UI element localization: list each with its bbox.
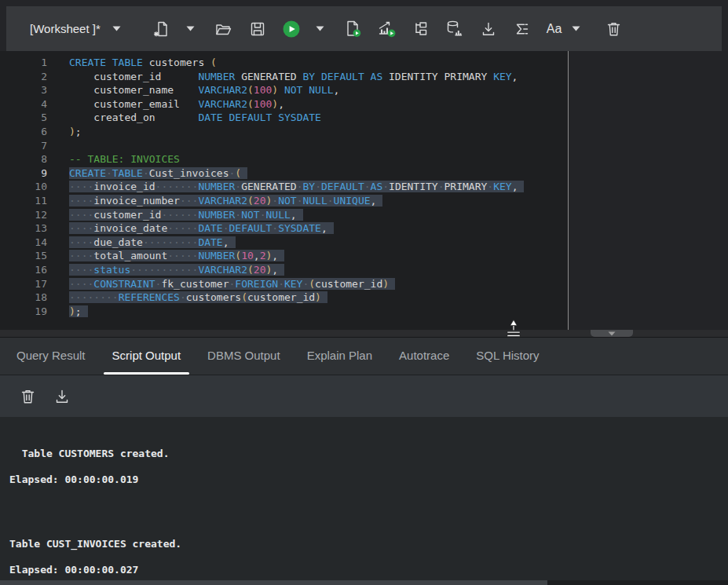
clear-output-button[interactable] xyxy=(18,387,37,406)
line-number: 9 xyxy=(0,166,47,181)
line-number: 5 xyxy=(0,111,47,125)
selection-highlight: ····due_date·········DATE, xyxy=(69,236,236,248)
trash-icon xyxy=(605,20,622,38)
tab-query-result[interactable]: Query Result xyxy=(3,338,99,375)
selection-highlight: CREATE·TABLE·Cust_invoices·( xyxy=(69,167,247,179)
run-script-button[interactable] xyxy=(344,20,363,38)
line-number: 13 xyxy=(0,221,47,236)
download-button[interactable] xyxy=(479,20,498,38)
to-uppercase-button[interactable] xyxy=(513,20,532,38)
tab-explain-plan[interactable]: Explain Plan xyxy=(294,338,386,375)
code-line[interactable]: 5 created_on DATE DEFAULT SYSDATE xyxy=(0,111,569,125)
selection-highlight: ····total_amount·····NUMBER(10,2), xyxy=(69,250,284,261)
chevron-down-icon xyxy=(186,26,195,31)
line-number: 12 xyxy=(0,208,47,222)
code-line[interactable]: 1CREATE TABLE customers ( xyxy=(0,56,569,70)
font-size-button[interactable]: Aa xyxy=(547,22,581,36)
save-icon xyxy=(249,20,266,38)
line-number: 10 xyxy=(0,180,47,194)
font-size-label: Aa xyxy=(547,22,562,36)
chevron-down-icon xyxy=(112,26,121,31)
code-line[interactable]: 18········REFERENCES·customers(customer_… xyxy=(0,291,569,305)
editor-right-pane xyxy=(569,51,728,330)
download-icon xyxy=(53,388,71,405)
download-output-button[interactable] xyxy=(53,387,71,406)
selection-highlight: ········REFERENCES·customers(customer_id… xyxy=(69,291,327,303)
code-line[interactable]: 9CREATE·TABLE·Cust_invoices·( xyxy=(0,166,569,181)
line-number: 11 xyxy=(0,194,47,208)
run-statement-button[interactable] xyxy=(282,20,301,38)
download-database-button[interactable] xyxy=(445,20,464,38)
code-line[interactable]: 7 xyxy=(0,139,569,153)
line-number: 1 xyxy=(0,56,47,70)
code-line[interactable]: 19); xyxy=(0,305,569,319)
tab-script-output[interactable]: Script Output xyxy=(99,338,195,375)
download-icon xyxy=(480,20,497,38)
clear-worksheet-button[interactable] xyxy=(604,20,623,38)
explain-plan-icon xyxy=(412,20,430,38)
tab-autotrace[interactable]: Autotrace xyxy=(386,338,463,375)
worksheet-toolbar: [Worksheet ]* xyxy=(6,6,722,51)
line-number: 8 xyxy=(0,152,47,166)
selection-highlight: ····customer_id······NUMBER·NOT·NULL, xyxy=(69,209,303,221)
line-number: 4 xyxy=(0,97,47,112)
line-number: 2 xyxy=(0,70,47,84)
line-number: 3 xyxy=(0,83,47,97)
line-number: 6 xyxy=(0,125,47,139)
line-number: 7 xyxy=(0,139,47,153)
new-worksheet-icon xyxy=(153,20,170,38)
line-number: 17 xyxy=(0,277,47,291)
code-line[interactable]: 14····due_date·········DATE, xyxy=(0,236,569,250)
trash-icon xyxy=(20,388,36,405)
new-worksheet-button[interactable] xyxy=(152,20,171,38)
line-number: 19 xyxy=(0,305,47,319)
line-number: 18 xyxy=(0,291,47,305)
line-number: 14 xyxy=(0,236,47,250)
worksheet-title: [Worksheet ]* xyxy=(30,22,101,35)
code-line[interactable]: 10····invoice_id·······NUMBER·GENERATED·… xyxy=(0,180,569,194)
script-output-toolbar xyxy=(0,375,728,417)
selection-highlight: ····CONSTRAINT·fk_customer·FOREIGN·KEY·(… xyxy=(69,278,395,290)
code-line[interactable]: 8-- TABLE: INVOICES xyxy=(0,152,569,166)
script-output-text: Table CUSTOMERS created. Elapsed: 00:00:… xyxy=(9,448,181,576)
code-line[interactable]: 13····invoice_date·····DATE·DEFAULT·SYSD… xyxy=(0,221,569,236)
new-worksheet-menu-button[interactable] xyxy=(186,20,196,38)
chevron-down-icon xyxy=(608,331,616,336)
run-script-icon xyxy=(344,20,362,38)
explain-plan-button[interactable] xyxy=(412,20,430,38)
run-menu-button[interactable] xyxy=(316,20,325,38)
chevron-down-icon xyxy=(572,26,580,31)
worksheet-selector[interactable]: [Worksheet ]* xyxy=(30,22,121,35)
sigma-icon xyxy=(513,20,531,38)
code-line[interactable]: 16····status···········VARCHAR2(20), xyxy=(0,263,569,277)
code-line[interactable]: 2 customer_id NUMBER GENERATED BY DEFAUL… xyxy=(0,70,569,84)
selection-highlight: ····invoice_id·······NUMBER·GENERATED·BY… xyxy=(69,181,524,192)
line-number: 15 xyxy=(0,249,47,263)
chart-run-icon xyxy=(377,20,397,38)
code-line[interactable]: 17····CONSTRAINT·fk_customer·FOREIGN·KEY… xyxy=(0,277,569,291)
horizontal-scrollbar xyxy=(0,580,728,585)
code-line[interactable]: 12····customer_id······NUMBER·NOT·NULL, xyxy=(0,208,569,222)
script-output-panel: Table CUSTOMERS created. Elapsed: 00:00:… xyxy=(0,417,728,580)
open-file-button[interactable] xyxy=(214,20,233,38)
open-folder-icon xyxy=(214,20,232,38)
splitter-collapse-handle[interactable] xyxy=(591,330,633,337)
code-lines: 1CREATE TABLE customers (2 customer_id N… xyxy=(0,56,569,318)
output-tabs: Query ResultScript OutputDBMS OutputExpl… xyxy=(0,338,728,375)
tab-sql-history[interactable]: SQL History xyxy=(463,338,552,375)
selection-highlight: ····invoice_date·····DATE·DEFAULT·SYSDAT… xyxy=(69,222,334,234)
code-line[interactable]: 3 customer_name VARCHAR2(100) NOT NULL, xyxy=(0,83,569,97)
code-line[interactable]: 6); xyxy=(0,125,569,139)
line-number: 16 xyxy=(0,263,47,277)
code-line[interactable]: 15····total_amount·····NUMBER(10,2), xyxy=(0,249,569,263)
horizontal-scrollbar-thumb[interactable] xyxy=(0,580,547,585)
code-line[interactable]: 4 customer_email VARCHAR2(100), xyxy=(0,97,569,112)
database-chart-icon xyxy=(445,20,463,38)
autotrace-button[interactable] xyxy=(378,20,397,38)
code-line[interactable]: 11····invoice_number···VARCHAR2(20)·NOT·… xyxy=(0,194,569,208)
tab-dbms-output[interactable]: DBMS Output xyxy=(194,338,294,375)
selection-highlight: ····status···········VARCHAR2(20), xyxy=(69,264,284,276)
save-button[interactable] xyxy=(248,20,267,38)
sql-editor[interactable]: 1CREATE TABLE customers (2 customer_id N… xyxy=(0,51,569,330)
chevron-down-icon xyxy=(316,26,324,31)
